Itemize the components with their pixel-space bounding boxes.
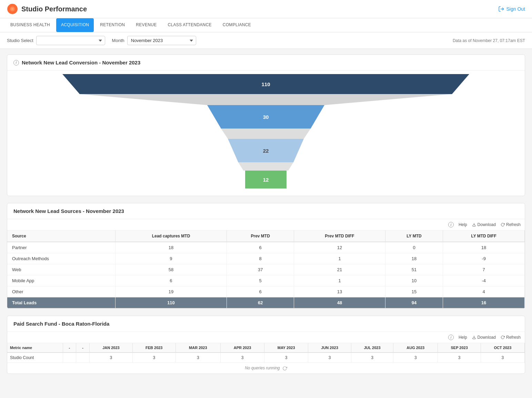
col-lead-captures: Lead captures MTD [115,231,227,242]
refresh-icon [501,223,505,227]
table-row: Partner 18 6 12 0 18 [7,242,525,253]
lead-sources-title: Network New Lead Sources - November 2023 [13,208,124,214]
header: Studio Performance Sign Out [0,0,532,18]
download-icon [472,223,476,227]
paid-search-refresh-button[interactable]: Refresh [501,335,521,340]
funnel-card: i Network New Lead Conversion - November… [7,54,525,196]
paid-search-card: Paid Search Fund - Boca Raton-Florida i … [7,316,525,374]
month-select-group: Month November 2023 [112,36,196,45]
paid-search-table-wrap: Metric name--JAN 2023FEB 2023MAR 2023APR… [7,343,525,374]
nav-item-acquisition[interactable]: ACQUISITION [56,18,94,32]
lead-sources-table: Source Lead captures MTD Prev MTD Prev M… [7,231,525,308]
app-title: Studio Performance [21,5,87,13]
controls-bar: Studio Select Month November 2023 Data a… [0,32,532,49]
month-label: Month [112,38,124,43]
col-prev-mtd-diff: Prev MTD DIFF [294,231,385,242]
paid-search-download-button[interactable]: Download [472,335,496,340]
nav-bar: BUSINESS HEALTH ACQUISITION RETENTION RE… [0,18,532,32]
col-prev-mtd: Prev MTD [227,231,294,242]
main-content: i Network New Lead Conversion - November… [0,49,532,386]
paid-search-help-icon[interactable]: i [448,335,454,340]
studio-select-label: Studio Select [7,38,33,43]
paid-search-table: Metric name--JAN 2023FEB 2023MAR 2023APR… [7,343,525,363]
sign-out-button[interactable]: Sign Out [498,6,525,12]
refresh-icon-2 [501,335,505,339]
studio-select-group: Studio Select [7,36,105,45]
paid-search-title: Paid Search Fund - Boca Raton-Florida [13,321,109,327]
funnel-chart: 110 30 22 12 Leads Booked Intros [7,71,525,196]
nav-item-business-health[interactable]: BUSINESS HEALTH [6,18,55,32]
svg-text:110: 110 [261,81,270,87]
nav-item-revenue[interactable]: REVENUE [131,18,161,32]
logo-icon [7,3,18,14]
table-row: Web 58 37 21 51 7 [7,264,525,275]
funnel-title: Network New Lead Conversion - November 2… [22,60,140,65]
col-ly-mtd-diff: LY MTD DIFF [443,231,525,242]
nav-item-class-attendance[interactable]: CLASS ATTENDANCE [163,18,216,32]
paid-search-toolbar: i Help Download Refresh [7,332,525,343]
sign-out-icon [498,6,504,12]
svg-text:22: 22 [263,148,269,154]
svg-point-2 [11,8,13,10]
table-row: Mobile App 6 5 1 10 -4 [7,275,525,286]
funnel-card-header: i Network New Lead Conversion - November… [7,55,525,71]
lead-sources-help-button[interactable]: Help [459,222,467,227]
lead-sources-table-wrap: Source Lead captures MTD Prev MTD Prev M… [7,231,525,308]
month-select[interactable]: November 2023 [127,36,196,45]
nav-item-retention[interactable]: RETENTION [95,18,130,32]
col-ly-mtd: LY MTD [385,231,443,242]
lead-sources-header: Network New Lead Sources - November 2023 [7,203,525,219]
no-queries-text: No queries running [7,363,525,374]
nav-item-compliance[interactable]: COMPLIANCE [218,18,256,32]
funnel-info-icon[interactable]: i [13,60,19,65]
lead-sources-header-row: Source Lead captures MTD Prev MTD Prev M… [7,231,525,242]
svg-marker-6 [80,94,452,105]
data-timestamp: Data as of November 27, 07:17am EST [453,38,525,43]
lead-sources-help-icon[interactable]: i [448,222,454,227]
svg-marker-9 [221,129,311,139]
paid-search-help-button[interactable]: Help [459,335,467,340]
studio-select[interactable] [36,36,105,45]
col-source: Source [7,231,115,242]
svg-text:30: 30 [263,114,269,120]
table-row: Other 19 6 13 15 4 [7,286,525,297]
lead-sources-download-button[interactable]: Download [472,222,496,227]
paid-search-header: Paid Search Fund - Boca Raton-Florida [7,316,525,332]
total-row: Total Leads 110 62 48 94 16 [7,297,525,308]
lead-sources-refresh-button[interactable]: Refresh [501,222,521,227]
paid-search-header-row: Metric name--JAN 2023FEB 2023MAR 2023APR… [7,343,525,353]
svg-marker-12 [238,162,293,171]
funnel-svg: 110 30 22 12 Leads Booked Intros [62,74,469,191]
download-icon-2 [472,335,476,339]
spinner-icon [282,366,287,371]
lead-sources-toolbar: i Help Download Refresh [7,219,525,231]
lead-sources-card: Network New Lead Sources - November 2023… [7,203,525,309]
table-row: Studio Count 3 3 3 3 3 3 3 3 3 3 [7,353,525,363]
svg-text:12: 12 [263,177,269,183]
table-row: Outreach Methods 9 8 1 18 -9 [7,253,525,264]
header-left: Studio Performance [7,3,87,14]
